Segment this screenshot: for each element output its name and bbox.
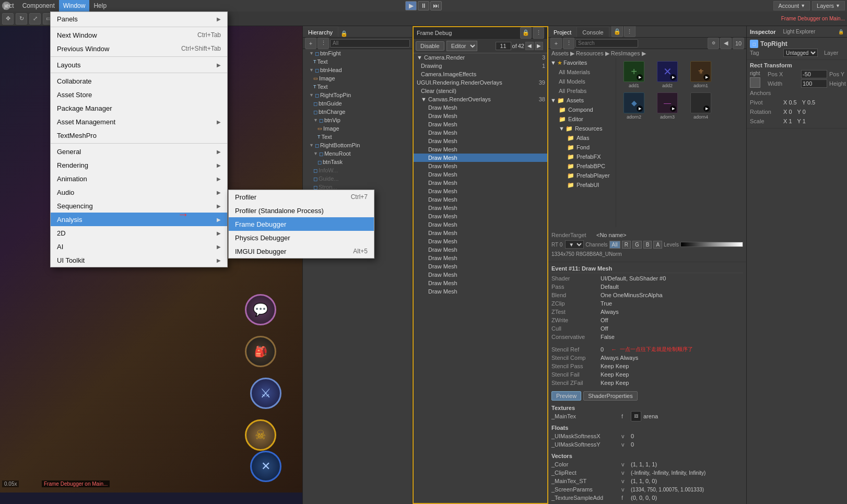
dd-ai-label: AI (57, 243, 63, 251)
sub-physics-debugger-label: Physics Debugger (235, 234, 290, 242)
sub-profiler-standalone-label: Profiler (Standalone Process) (235, 207, 324, 215)
dropdown-overlay: Panels ▶ Next Window Ctrl+Tab Previous W… (0, 0, 847, 504)
dd-layouts-arrow: ▶ (217, 62, 221, 68)
sub-physics-debugger[interactable]: Physics Debugger (229, 231, 374, 244)
dd-rendering-arrow: ▶ (217, 162, 221, 168)
dd-2d[interactable]: 2D ▶ (51, 226, 227, 240)
dd-layouts[interactable]: Layouts ▶ (51, 58, 227, 72)
dd-collaborate[interactable]: Collaborate (51, 74, 227, 88)
dd-asset-management-arrow: ▶ (217, 119, 221, 125)
dd-rendering-label: Rendering (57, 161, 88, 169)
dd-layouts-label: Layouts (57, 61, 81, 69)
dd-analysis-label: Analysis (57, 216, 82, 224)
dd-sep2 (51, 56, 227, 57)
dd-prev-window-shortcut: Ctrl+Shift+Tab (181, 45, 221, 52)
dd-analysis-arrow: ▶ (217, 217, 221, 222)
sub-profiler[interactable]: Profiler Ctrl+7 (229, 190, 374, 204)
dd-prev-window-label: Previous Window (57, 45, 109, 53)
dd-collaborate-label: Collaborate (57, 77, 92, 85)
analysis-submenu: Profiler Ctrl+7 Profiler (Standalone Pro… (228, 190, 374, 259)
dd-analysis[interactable]: Analysis ▶ (51, 213, 227, 226)
dd-sequencing-label: Sequencing (57, 202, 93, 210)
dd-ai[interactable]: AI ▶ (51, 240, 227, 253)
sub-imgui-shortcut: Alt+5 (353, 248, 368, 255)
dd-audio[interactable]: Audio ▶ (51, 185, 227, 199)
red-menu-arrow: → (178, 208, 189, 221)
dd-uitoolkit-arrow: ▶ (217, 257, 221, 263)
dd-textmeshpro-label: TextMeshPro (57, 132, 97, 139)
dd-asset-management-label: Asset Management (57, 118, 115, 126)
dd-panels-label: Panels (57, 15, 78, 23)
dd-sep3 (51, 73, 227, 73)
dd-2d-arrow: ▶ (217, 230, 221, 236)
dd-animation-label: Animation (57, 175, 87, 183)
dd-animation[interactable]: Animation ▶ (51, 172, 227, 185)
dd-uitoolkit-label: UI Toolkit (57, 256, 85, 264)
dd-package-manager-label: Package Manager (57, 104, 112, 112)
sub-imgui-debugger-label: IMGUI Debugger (235, 248, 286, 255)
dd-sequencing-arrow: ▶ (217, 203, 221, 209)
dd-sep1 (51, 27, 227, 27)
dd-panels-arrow: ▶ (217, 16, 221, 22)
dd-asset-management[interactable]: Asset Management ▶ (51, 115, 227, 128)
sub-profiler-label: Profiler (235, 193, 256, 201)
dd-asset-store[interactable]: Asset Store (51, 88, 227, 101)
dd-next-window-label: Next Window (57, 31, 97, 39)
dd-general-arrow: ▶ (217, 149, 221, 155)
dd-package-manager[interactable]: Package Manager (51, 101, 227, 115)
sub-frame-debugger[interactable]: Frame Debugger (229, 217, 374, 231)
dd-prev-window[interactable]: Previous Window Ctrl+Shift+Tab (51, 42, 227, 55)
dd-textmeshpro[interactable]: TextMeshPro (51, 128, 227, 142)
dd-2d-label: 2D (57, 229, 66, 237)
dd-audio-arrow: ▶ (217, 190, 221, 195)
dd-uitoolkit[interactable]: UI Toolkit ▶ (51, 253, 227, 267)
dd-general-label: General (57, 148, 81, 156)
dd-panels[interactable]: Panels ▶ (51, 12, 227, 26)
sub-imgui-debugger[interactable]: IMGUI Debugger Alt+5 (229, 244, 374, 258)
window-dropdown-menu: Panels ▶ Next Window Ctrl+Tab Previous W… (50, 11, 228, 267)
dd-rendering[interactable]: Rendering ▶ (51, 158, 227, 172)
dd-audio-label: Audio (57, 189, 74, 196)
sub-frame-debugger-label: Frame Debugger (235, 220, 286, 228)
dd-general[interactable]: General ▶ (51, 145, 227, 158)
dd-asset-store-label: Asset Store (57, 91, 92, 99)
dd-sep4 (51, 143, 227, 144)
sub-profiler-shortcut: Ctrl+7 (351, 193, 368, 201)
dd-next-window[interactable]: Next Window Ctrl+Tab (51, 28, 227, 42)
dd-sequencing[interactable]: Sequencing ▶ (51, 199, 227, 213)
dd-ai-arrow: ▶ (217, 244, 221, 250)
dd-next-window-shortcut: Ctrl+Tab (197, 31, 221, 39)
sub-profiler-standalone[interactable]: Profiler (Standalone Process) (229, 204, 374, 217)
dd-animation-arrow: ▶ (217, 176, 221, 182)
